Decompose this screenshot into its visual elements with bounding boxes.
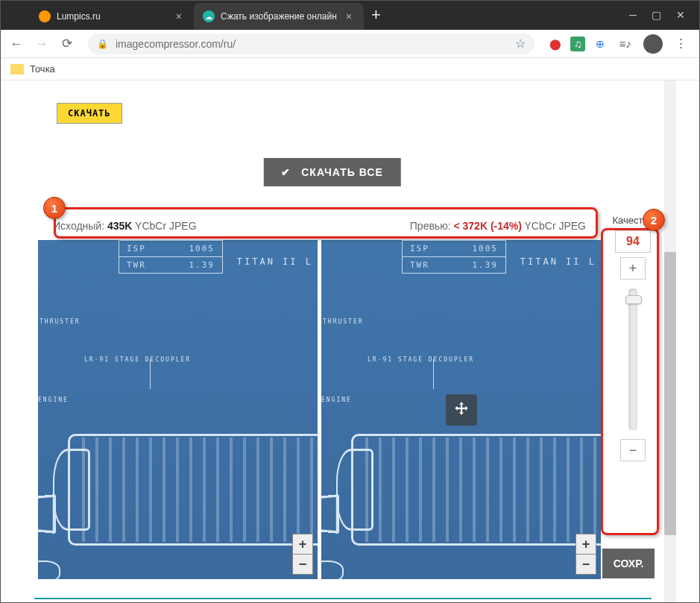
close-window-icon[interactable]: ✕ — [676, 9, 685, 21]
checkmark-icon: ✔ — [281, 166, 291, 178]
compressed-preview[interactable]: ISP1005 TWR1.39 TITAN II L THRUSTER LR-9… — [321, 240, 601, 579]
tab-imagecompressor[interactable]: ☁ Сжать изображение онлайн × — [194, 3, 364, 30]
scroll-thumb[interactable] — [664, 252, 676, 535]
slider-thumb[interactable] — [625, 295, 642, 304]
zoom-out-button[interactable]: − — [292, 554, 313, 575]
blueprint-table: ISP1005 TWR1.39 — [119, 240, 223, 274]
maximize-icon[interactable]: ▢ — [652, 9, 661, 21]
bookmark-star-icon[interactable]: ☆ — [515, 37, 526, 51]
original-info: Исходный: 435K YCbCr JPEG — [53, 220, 197, 232]
compression-info-bar: Исходный: 435K YCbCr JPEG Превью: < 372K… — [38, 215, 601, 237]
blueprint-table: ISP1005 TWR1.39 — [402, 240, 506, 274]
close-icon[interactable]: × — [173, 10, 185, 22]
preview-info: Превью: < 372K (-14%) YCbCr JPEG — [410, 220, 586, 232]
tab-title: Сжать изображение онлайн — [221, 11, 337, 22]
extension-icon[interactable]: ⬤ — [548, 37, 563, 51]
quality-panel: Качество + − — [605, 215, 660, 461]
quality-plus-button[interactable]: + — [620, 257, 646, 280]
zoom-in-button[interactable]: + — [292, 534, 313, 555]
download-all-button[interactable]: ✔ СКАЧАТЬ ВСЕ — [263, 158, 400, 186]
blueprint-title: TITAN II L — [237, 256, 313, 267]
back-button[interactable]: ← — [6, 34, 27, 54]
close-icon[interactable]: × — [343, 10, 355, 22]
download-button[interactable]: СКАЧАТЬ — [57, 103, 122, 124]
separator — [34, 598, 652, 599]
forward-button: → — [31, 34, 52, 54]
minimize-icon[interactable]: ─ — [629, 9, 637, 21]
browser-tabs: Lumpics.ru × ☁ Сжать изображение онлайн … — [0, 0, 614, 30]
annotation-badge-2: 2 — [643, 209, 665, 231]
extension-icon[interactable]: ♫ — [570, 37, 585, 51]
folder-icon — [10, 64, 24, 75]
lock-icon: 🔒 — [97, 39, 108, 49]
blueprint-title: TITAN II L — [520, 256, 596, 267]
profile-avatar[interactable] — [643, 34, 663, 54]
vertical-scrollbar[interactable] — [664, 80, 676, 603]
original-preview[interactable]: ISP1005 TWR1.39 TITAN II L THRUSTER LR-9… — [38, 240, 318, 579]
favicon-icon: ☁ — [203, 10, 215, 22]
media-icon[interactable]: ≡♪ — [615, 34, 636, 54]
address-bar[interactable]: 🔒 imagecompressor.com/ru/ ☆ — [88, 34, 535, 54]
new-tab-button[interactable]: + — [364, 5, 388, 25]
download-all-label: СКАЧАТЬ ВСЕ — [301, 166, 382, 178]
quality-slider[interactable] — [628, 288, 637, 430]
menu-icon[interactable]: ⋮ — [670, 34, 691, 54]
quality-minus-button[interactable]: − — [620, 439, 646, 461]
zoom-out-button[interactable]: − — [576, 554, 596, 575]
zoom-in-button[interactable]: + — [576, 534, 596, 555]
quality-input[interactable] — [615, 230, 651, 253]
annotation-badge-1: 1 — [43, 197, 66, 219]
drag-handle[interactable] — [446, 394, 477, 426]
reload-button[interactable]: ⟳ — [57, 34, 78, 54]
tab-title: Lumpics.ru — [57, 11, 101, 22]
url-text: imagecompressor.com/ru/ — [116, 38, 236, 50]
move-icon — [452, 400, 471, 420]
preview-panel: ISP1005 TWR1.39 TITAN II L THRUSTER LR-9… — [38, 240, 601, 579]
save-button[interactable]: СОХР. — [602, 549, 655, 578]
tab-lumpics[interactable]: Lumpics.ru × — [30, 3, 194, 30]
extension-icon[interactable]: ⊕ — [593, 37, 608, 51]
favicon-icon — [39, 10, 51, 22]
upload-strip-bg — [43, 94, 662, 131]
bookmark-item[interactable]: Точка — [30, 63, 55, 75]
